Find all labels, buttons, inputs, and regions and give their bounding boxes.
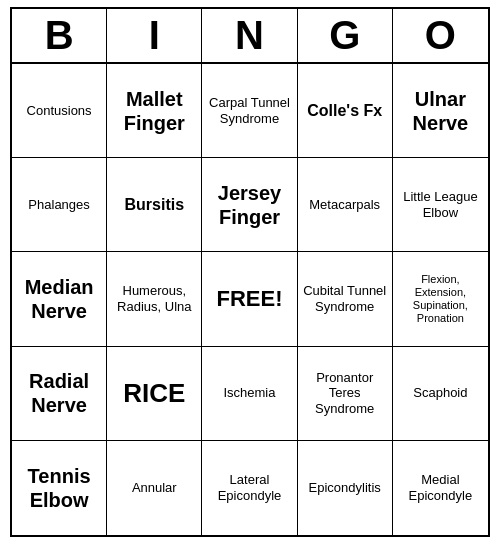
grid-cell: Medial Epicondyle [393,441,488,535]
bingo-header: BINGO [12,9,488,64]
grid-cell: Median Nerve [12,252,107,346]
grid-cell: Cubital Tunnel Syndrome [298,252,393,346]
bingo-card: BINGO ContusionsMallet FingerCarpal Tunn… [10,7,490,537]
grid-cell: Jersey Finger [202,158,297,252]
grid-cell: Contusions [12,64,107,158]
header-letter: G [298,9,393,62]
grid-cell: Tennis Elbow [12,441,107,535]
grid-cell: Humerous, Radius, Ulna [107,252,202,346]
grid-cell: RICE [107,347,202,441]
grid-cell: Epicondylitis [298,441,393,535]
bingo-grid: ContusionsMallet FingerCarpal Tunnel Syn… [12,64,488,535]
grid-cell: Colle's Fx [298,64,393,158]
grid-cell: Carpal Tunnel Syndrome [202,64,297,158]
grid-cell: Scaphoid [393,347,488,441]
grid-cell: Annular [107,441,202,535]
header-letter: I [107,9,202,62]
grid-cell: FREE! [202,252,297,346]
grid-cell: Flexion, Extension, Supination, Pronatio… [393,252,488,346]
grid-cell: Metacarpals [298,158,393,252]
grid-cell: Mallet Finger [107,64,202,158]
header-letter: N [202,9,297,62]
grid-cell: Ischemia [202,347,297,441]
grid-cell: Lateral Epicondyle [202,441,297,535]
grid-cell: Radial Nerve [12,347,107,441]
header-letter: O [393,9,488,62]
grid-cell: Phalanges [12,158,107,252]
grid-cell: Bursitis [107,158,202,252]
grid-cell: Pronantor Teres Syndrome [298,347,393,441]
grid-cell: Little League Elbow [393,158,488,252]
header-letter: B [12,9,107,62]
grid-cell: Ulnar Nerve [393,64,488,158]
